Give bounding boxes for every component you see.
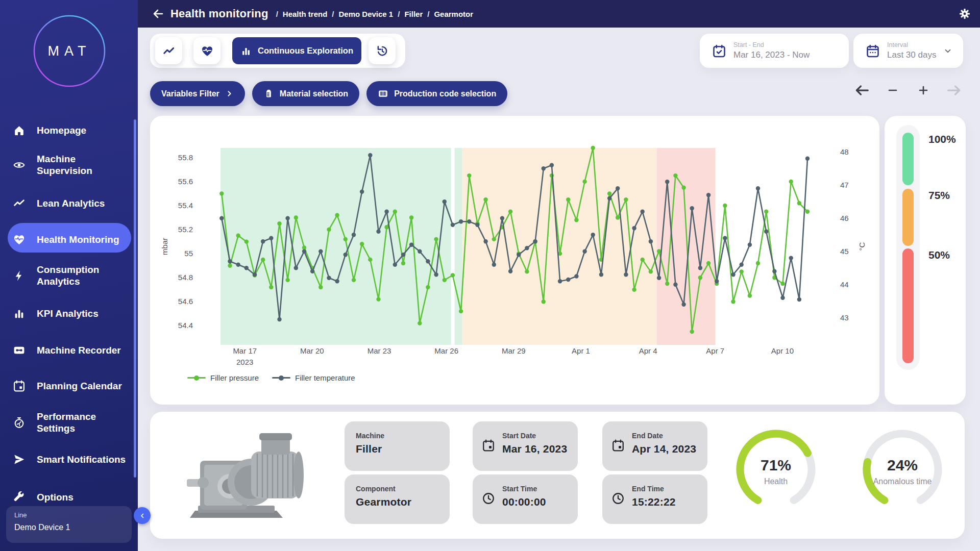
data-point[interactable]	[459, 309, 463, 313]
data-point[interactable]	[698, 266, 702, 270]
data-point[interactable]	[253, 272, 257, 277]
data-point[interactable]	[607, 191, 611, 195]
data-point[interactable]	[492, 263, 496, 267]
data-point[interactable]	[261, 239, 265, 243]
data-point[interactable]	[673, 283, 677, 287]
data-point[interactable]	[302, 249, 306, 254]
data-point[interactable]	[566, 197, 570, 202]
data-point[interactable]	[244, 239, 249, 243]
zoom-in-button[interactable]	[915, 82, 932, 99]
data-point[interactable]	[574, 218, 578, 222]
data-point[interactable]	[748, 243, 752, 247]
zoom-out-button[interactable]	[884, 82, 901, 99]
data-point[interactable]	[756, 186, 760, 190]
data-point[interactable]	[681, 303, 685, 307]
data-point[interactable]	[368, 258, 372, 262]
data-point[interactable]	[764, 210, 768, 214]
data-point[interactable]	[418, 321, 422, 325]
data-point[interactable]	[558, 279, 562, 283]
data-point[interactable]	[228, 264, 232, 268]
data-point[interactable]	[327, 228, 331, 232]
pan-right-button-disabled[interactable]	[945, 82, 963, 99]
data-point[interactable]	[665, 282, 669, 286]
breadcrumb-item[interactable]: Gearmotor	[423, 10, 473, 18]
data-point[interactable]	[459, 219, 463, 223]
sidebar-item-lean-analytics[interactable]: Lean Analytics	[0, 190, 138, 216]
material-selection-button[interactable]: Material selection	[252, 81, 359, 106]
data-point[interactable]	[352, 278, 356, 282]
data-point[interactable]	[698, 276, 702, 280]
data-point[interactable]	[344, 253, 348, 257]
health-view-button[interactable]	[193, 37, 220, 64]
data-point[interactable]	[706, 261, 710, 265]
data-point[interactable]	[451, 223, 455, 227]
data-point[interactable]	[789, 180, 793, 184]
data-point[interactable]	[500, 216, 504, 220]
sidebar-item-consumption-analytics[interactable]: Consumption Analytics	[0, 263, 138, 288]
data-point[interactable]	[508, 269, 512, 273]
sidebar-item-homepage[interactable]: Homepage	[0, 117, 138, 143]
data-point[interactable]	[393, 210, 397, 214]
data-point[interactable]	[715, 279, 719, 283]
trend-chart[interactable]: 55.855.655.455.25554.854.654.4mbar484746…	[150, 116, 879, 405]
data-point[interactable]	[384, 225, 388, 229]
data-point[interactable]	[574, 274, 578, 278]
data-point[interactable]	[673, 173, 677, 178]
data-point[interactable]	[376, 297, 380, 301]
data-point[interactable]	[657, 276, 661, 280]
data-point[interactable]	[772, 269, 776, 273]
data-point[interactable]	[542, 166, 546, 170]
data-point[interactable]	[451, 273, 455, 277]
data-point[interactable]	[285, 216, 289, 220]
data-point[interactable]	[401, 253, 405, 257]
data-point[interactable]	[344, 237, 348, 241]
data-point[interactable]	[731, 299, 735, 304]
sidebar-item-machine-recorder[interactable]: Machine Recorder	[0, 337, 138, 363]
device-selector-chip[interactable]: Line Demo Device 1	[6, 506, 132, 543]
data-point[interactable]	[409, 215, 413, 219]
interval-picker[interactable]: Interval Last 30 days	[853, 34, 963, 68]
data-point[interactable]	[483, 197, 487, 202]
data-point[interactable]	[517, 253, 521, 257]
legend-item-filler-temperature[interactable]: Filler temperature	[272, 373, 355, 382]
sidebar-item-planning-calendar[interactable]: Planning Calendar	[0, 373, 138, 398]
data-point[interactable]	[641, 210, 645, 214]
data-point[interactable]	[706, 193, 710, 197]
data-point[interactable]	[616, 186, 620, 190]
data-point[interactable]	[360, 242, 364, 246]
variables-filter-button[interactable]: Variables Filter	[150, 81, 245, 106]
data-point[interactable]	[582, 180, 586, 184]
data-point[interactable]	[475, 223, 479, 227]
line-view-button[interactable]	[155, 37, 182, 64]
data-point[interactable]	[318, 285, 323, 289]
history-button[interactable]	[369, 37, 396, 64]
data-point[interactable]	[318, 249, 323, 254]
data-point[interactable]	[401, 261, 405, 265]
data-point[interactable]	[426, 285, 430, 289]
settings-button[interactable]	[959, 8, 971, 20]
data-point[interactable]	[269, 236, 273, 240]
data-point[interactable]	[236, 263, 240, 267]
data-point[interactable]	[591, 146, 595, 150]
back-button[interactable]	[151, 7, 165, 21]
data-point[interactable]	[533, 239, 537, 243]
data-point[interactable]	[582, 249, 586, 254]
data-point[interactable]	[269, 285, 273, 289]
data-point[interactable]	[690, 330, 694, 334]
sidebar-item-smart-notifications[interactable]: Smart Notifications	[0, 446, 138, 472]
data-point[interactable]	[649, 239, 653, 243]
data-point[interactable]	[219, 216, 224, 220]
pan-left-button[interactable]	[853, 82, 871, 99]
data-point[interactable]	[277, 317, 281, 321]
data-point[interactable]	[649, 269, 653, 273]
data-point[interactable]	[426, 259, 430, 263]
data-point[interactable]	[492, 237, 496, 241]
data-point[interactable]	[467, 173, 471, 178]
data-point[interactable]	[525, 246, 529, 250]
breadcrumb-item[interactable]: Health trend	[272, 10, 328, 18]
data-point[interactable]	[542, 299, 546, 304]
data-point[interactable]	[335, 213, 339, 217]
data-point[interactable]	[723, 204, 727, 208]
data-point[interactable]	[219, 191, 224, 195]
data-point[interactable]	[368, 153, 372, 157]
